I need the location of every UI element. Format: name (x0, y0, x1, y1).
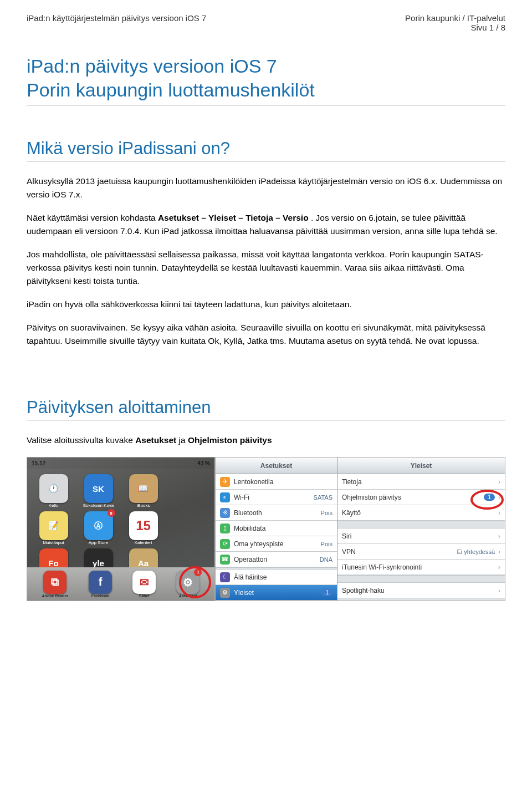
row-icon: ▯ (220, 523, 230, 533)
app-icon: 📝 (39, 511, 68, 540)
app-label: App Store (89, 540, 109, 545)
settings-row-selected[interactable]: ⚙Yleiset1 (216, 585, 337, 601)
group-gap (337, 575, 505, 583)
row-label: Bluetooth (234, 509, 262, 517)
chevron-right-icon: › (498, 587, 500, 594)
settings-path-bold: Asetukset – Yleiset – Tietoja – Versio (158, 213, 309, 222)
badge-icon: 1 (484, 494, 495, 501)
row-label: Mobiilidata (234, 525, 265, 532)
row-label: Lentokonetila (234, 478, 273, 486)
status-time: 15.12 (32, 460, 45, 466)
home-app[interactable]: Ⓐ8App Store (79, 511, 118, 545)
group-gap (337, 521, 505, 528)
app-icon: ✉︎ (132, 571, 156, 594)
paragraph: Alkusyksyllä 2013 jaetuissa kaupungin lu… (27, 175, 505, 201)
paragraph: Valitse aloitussivulta kuvake Asetukset … (27, 434, 505, 447)
dock-app[interactable]: ✉︎Sähet (132, 571, 156, 598)
badge-icon: 8 (108, 509, 115, 517)
asetukset-bold: Asetukset (135, 435, 176, 445)
paragraph: Näet käyttämäsi version kohdasta Asetuks… (27, 211, 505, 238)
row-value: DNA (320, 556, 332, 563)
settings-left-title: Asetukset (216, 458, 337, 474)
row-label: Käyttö (342, 509, 361, 517)
ohjelmiston-paivitys-bold: Ohjelmiston päivitys (188, 435, 272, 445)
row-label: VPN (342, 548, 356, 556)
row-value: Pois (321, 510, 332, 516)
row-icon: ☾ (220, 572, 230, 582)
badge-icon: 1 (321, 589, 332, 596)
chevron-right-icon: › (498, 509, 500, 517)
home-app[interactable]: 🕐Kello (34, 474, 73, 508)
text-span: Valitse aloitussivulta kuvake (27, 435, 135, 445)
row-value: Ei yhteydessä (457, 548, 495, 555)
settings-row[interactable]: Tietoja› (337, 474, 505, 490)
app-icon: 🕐 (39, 474, 68, 503)
chevron-right-icon: › (498, 563, 500, 571)
row-icon: ⟳ (220, 539, 230, 549)
row-label: iTunesin Wi-Fi-synkronointi (342, 563, 422, 571)
status-battery: 43 % (197, 460, 210, 466)
settings-row[interactable]: VPNEi yhteydessä› (337, 544, 505, 560)
app-label: Kello (49, 503, 59, 508)
app-label: Kalenteri (135, 540, 152, 545)
app-icon: ⧉ (43, 571, 66, 594)
dock-app[interactable]: ⧉Adobe Reader (42, 571, 68, 598)
section-heading-start: Päivityksen aloittaminen (27, 398, 505, 420)
paragraph: Jos mahdollista, ole päivittäessäsi sell… (27, 248, 505, 288)
home-app[interactable]: 15Kalenteri (124, 511, 163, 545)
row-label: Siri (342, 532, 351, 540)
chevron-right-icon: › (498, 548, 500, 556)
ipad-settings-screenshot: Asetukset ✈︎LentokonetilaᯤWi-FiSATAS※Blu… (215, 457, 505, 601)
row-label: Spotlight-haku (342, 587, 385, 594)
settings-row[interactable]: ※BluetoothPois (216, 505, 337, 521)
row-icon: ✈︎ (220, 477, 230, 487)
row-label: Älä häiritse (234, 573, 267, 581)
row-label: Yleiset (234, 589, 254, 597)
doc-title-1: iPad:n päivitys versioon iOS 7 (27, 54, 505, 78)
row-icon: ᯤ (220, 492, 230, 502)
row-value: Pois (321, 541, 332, 547)
chevron-right-icon: › (498, 494, 500, 501)
header-left: iPad:n käyttöjärjestelmän päivitys versi… (27, 13, 206, 32)
settings-row[interactable]: ⟳Oma yhteyspistePois (216, 536, 337, 552)
settings-row[interactable]: iTunesin Wi-Fi-synkronointi› (337, 560, 505, 575)
paragraph: Päivitys on suoraviivainen. Se kysyy aik… (27, 321, 505, 348)
settings-row[interactable]: ▯Mobiilidata (216, 521, 337, 536)
settings-row[interactable]: Spotlight-haku› (337, 583, 505, 598)
settings-row[interactable]: Käyttö› (337, 505, 505, 521)
settings-row[interactable]: ☎OperaattoriDNA (216, 552, 337, 567)
header-right-org: Porin kaupunki / IT-palvelut (405, 13, 505, 23)
app-icon: 📖 (129, 474, 158, 503)
app-label: Sokoksen Kuva (83, 503, 114, 508)
dock-app[interactable]: fFacebook (89, 571, 112, 598)
home-app[interactable]: 📝Muistilaput (34, 511, 73, 545)
settings-row[interactable]: ✈︎Lentokonetila (216, 474, 337, 490)
settings-row[interactable]: ᯤWi-FiSATAS (216, 490, 337, 505)
app-label: Asetukset (179, 594, 197, 598)
row-icon: ⚙ (220, 588, 230, 598)
app-label: Facebook (91, 594, 110, 598)
settings-row[interactable]: Ohjelmiston päivitys1› (337, 490, 505, 505)
section-heading-version: Mikä versio iPadissani on? (27, 139, 505, 161)
text-span: ja (179, 435, 188, 445)
settings-row[interactable]: Siri› (337, 528, 505, 544)
doc-title-2: Porin kaupungin luottamushenkilöt (27, 78, 505, 106)
chevron-right-icon: › (498, 532, 500, 540)
app-label: Muistilaput (43, 540, 64, 545)
ipad-home-screenshot: 15.12 43 % 🕐KelloSKSokoksen Kuva📖iBooks📝… (27, 457, 215, 601)
paragraph: iPadin on hyvä olla sähköverkossa kiinni… (27, 298, 505, 311)
home-app[interactable]: SKSokoksen Kuva (79, 474, 118, 508)
app-label: Sähet (139, 594, 150, 598)
row-label: Wi-Fi (234, 494, 249, 501)
badge-icon: 1 (194, 568, 202, 576)
row-label: Tietoja (342, 478, 362, 486)
app-icon: Ⓐ8 (84, 511, 113, 540)
settings-right-title: Yleiset (337, 458, 505, 474)
settings-row[interactable]: ☾Älä häiritse (216, 570, 337, 585)
row-value: SATAS (314, 494, 332, 501)
row-icon: ☎ (220, 555, 230, 565)
home-app[interactable]: 📖iBooks (124, 474, 163, 508)
app-icon: f (89, 571, 112, 594)
dock-app[interactable]: ⚙1Asetukset (176, 571, 200, 598)
header-page-num: Sivu 1 / 8 (405, 23, 505, 32)
